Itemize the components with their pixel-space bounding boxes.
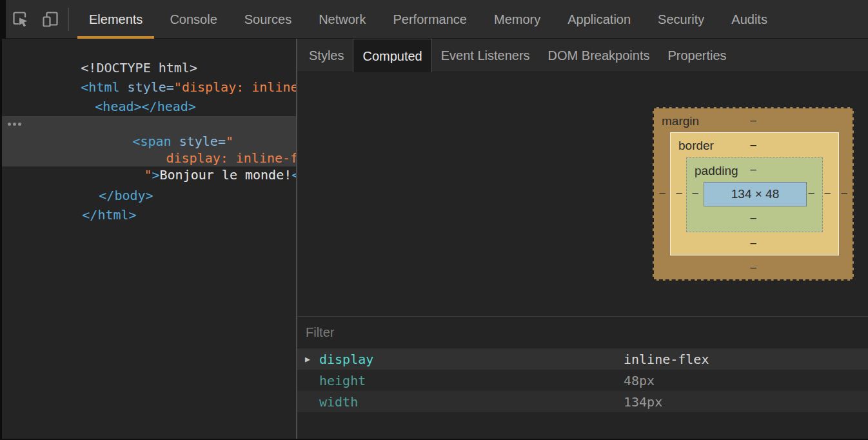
tab-event-listeners[interactable]: Event Listeners: [432, 39, 539, 72]
margin-left-value[interactable]: −: [656, 187, 668, 199]
display-expander-icon[interactable]: ▶: [305, 354, 310, 364]
tab-properties[interactable]: Properties: [658, 39, 735, 72]
tab-audits[interactable]: Audits: [718, 0, 781, 39]
elements-panel: <!DOCTYPE html> <html style="display: in…: [2, 39, 296, 439]
tab-elements[interactable]: Elements: [75, 0, 156, 39]
active-tab-underline: [77, 36, 154, 39]
computed-row-height[interactable]: height 48px: [297, 370, 868, 391]
tab-memory[interactable]: Memory: [480, 0, 554, 39]
dom-node-span-selected[interactable]: <span style=" display: inline-flex; ">Bo…: [2, 116, 296, 166]
tab-console[interactable]: Console: [156, 0, 230, 39]
computed-row-width[interactable]: width 134px: [297, 391, 868, 412]
dom-node-doctype[interactable]: <!DOCTYPE html>: [2, 39, 296, 58]
computed-sidebar-panel: Styles Computed Event Listeners DOM Brea…: [297, 39, 868, 439]
filter-bar: [297, 316, 868, 348]
margin-label: margin: [662, 114, 699, 128]
span-open-line[interactable]: <span style=": [2, 116, 296, 133]
tab-computed[interactable]: Computed: [353, 39, 431, 72]
padding-left-value[interactable]: −: [689, 187, 701, 199]
border-left-value[interactable]: −: [673, 187, 685, 199]
computed-properties-list: ▶ display inline-flex height 48px width …: [297, 348, 868, 439]
computed-row-display[interactable]: ▶ display inline-flex: [297, 348, 868, 370]
main-toolbar: Elements Console Sources Network Perform…: [2, 0, 868, 39]
sidebar-tab-bar: Styles Computed Event Listeners DOM Brea…: [297, 39, 868, 72]
tab-performance[interactable]: Performance: [380, 0, 481, 39]
border-top-value[interactable]: −: [747, 139, 759, 152]
content-size-label: 134 × 48: [731, 187, 780, 201]
tab-sources[interactable]: Sources: [231, 0, 305, 39]
padding-bottom-value[interactable]: −: [747, 212, 759, 225]
tab-elements-label: Elements: [89, 12, 143, 26]
border-right-value[interactable]: −: [822, 187, 833, 199]
more-actions-icon[interactable]: [8, 123, 21, 126]
border-label: border: [678, 139, 714, 153]
toolbar-separator: [68, 8, 69, 31]
tab-styles[interactable]: Styles: [300, 39, 353, 72]
device-toolbar-icon[interactable]: [35, 0, 65, 39]
tab-dom-breakpoints[interactable]: DOM Breakpoints: [539, 39, 659, 72]
inspect-icon[interactable]: [6, 0, 35, 39]
padding-label: padding: [695, 164, 738, 178]
margin-right-value[interactable]: −: [838, 187, 850, 199]
padding-right-value[interactable]: −: [805, 187, 817, 199]
box-model-content[interactable]: 134 × 48: [704, 182, 807, 206]
tab-network[interactable]: Network: [305, 0, 379, 39]
box-model-diagram: margin border padding 134 × 48: [653, 107, 854, 281]
margin-bottom-value[interactable]: −: [747, 262, 759, 274]
filter-input[interactable]: [306, 325, 577, 340]
padding-top-value[interactable]: −: [747, 164, 759, 176]
tab-application[interactable]: Application: [554, 0, 644, 39]
margin-top-value[interactable]: −: [747, 115, 759, 127]
box-model-section: margin border padding 134 × 48: [297, 72, 868, 316]
border-bottom-value[interactable]: −: [747, 237, 759, 250]
devtools-window: Elements Console Sources Network Perform…: [0, 0, 868, 440]
tab-security[interactable]: Security: [644, 0, 718, 39]
